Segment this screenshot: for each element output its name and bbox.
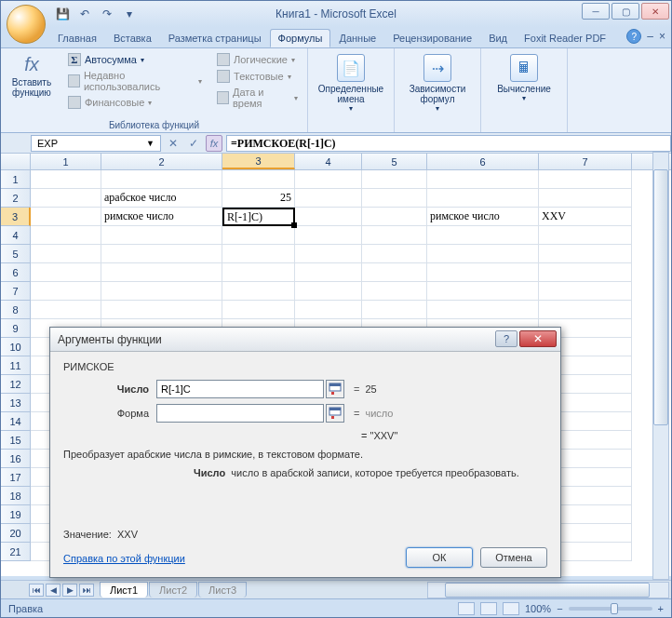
cell[interactable]: XXV — [539, 208, 632, 226]
dialog-title-bar[interactable]: Аргументы функции ? ✕ — [50, 328, 560, 352]
row-header[interactable]: 19 — [1, 505, 31, 524]
fx-button[interactable]: fx — [206, 135, 222, 152]
sheet-tab-1[interactable]: Лист1 — [100, 582, 148, 598]
zoom-thumb[interactable] — [611, 603, 618, 614]
close-button[interactable]: ✕ — [641, 3, 669, 20]
cell[interactable] — [427, 263, 539, 282]
row-header[interactable]: 2 — [1, 189, 31, 208]
cell[interactable] — [222, 226, 295, 245]
cell[interactable] — [295, 301, 362, 319]
zoom-slider[interactable] — [569, 607, 652, 611]
cell[interactable] — [295, 226, 362, 245]
cell[interactable] — [362, 226, 427, 245]
cell[interactable] — [101, 170, 222, 189]
enter-formula-icon[interactable]: ✓ — [185, 135, 202, 152]
cell[interactable] — [427, 301, 539, 319]
formula-input[interactable]: =РИМСКОЕ(R[-1]C) — [226, 135, 671, 152]
cell[interactable] — [427, 226, 539, 245]
cell[interactable] — [362, 170, 427, 189]
cell[interactable]: R[-1]C) — [222, 208, 295, 226]
cell[interactable] — [539, 282, 632, 301]
view-layout-icon[interactable] — [480, 602, 497, 615]
cell[interactable] — [31, 301, 101, 319]
tab-foxit[interactable]: Foxit Reader PDF — [516, 29, 614, 47]
tab-home[interactable]: Главная — [49, 29, 105, 47]
select-all-corner[interactable] — [1, 154, 31, 169]
cell[interactable] — [539, 263, 632, 282]
calculation-button[interactable]: 🖩Вычисление▾ — [487, 50, 561, 106]
cell[interactable] — [362, 301, 427, 319]
save-icon[interactable]: 💾 — [53, 5, 72, 23]
cell[interactable] — [362, 208, 427, 226]
row-header[interactable]: 5 — [1, 245, 31, 263]
cell[interactable] — [295, 170, 362, 189]
cell[interactable] — [362, 245, 427, 263]
horizontal-scrollbar[interactable] — [427, 582, 669, 598]
text-button[interactable]: Текстовые▾ — [213, 69, 302, 84]
zoom-level[interactable]: 100% — [525, 603, 551, 614]
ribbon-minimize-icon[interactable]: – — [647, 30, 653, 43]
cell[interactable] — [295, 263, 362, 282]
cell[interactable] — [427, 189, 539, 208]
cell[interactable] — [222, 282, 295, 301]
cancel-button[interactable]: Отмена — [480, 547, 547, 568]
redo-icon[interactable]: ↷ — [98, 5, 116, 23]
dialog-close-button[interactable]: ✕ — [519, 330, 557, 347]
insert-function-button[interactable]: fx Вставить функцию — [7, 50, 57, 130]
row-header[interactable]: 17 — [1, 468, 31, 487]
cell[interactable] — [222, 170, 295, 189]
cell[interactable] — [427, 245, 539, 263]
scroll-thumb[interactable] — [445, 583, 650, 598]
cancel-formula-icon[interactable]: ✕ — [165, 135, 181, 152]
tab-page-layout[interactable]: Разметка страницы — [160, 29, 270, 47]
cell[interactable] — [101, 226, 222, 245]
cell[interactable] — [539, 189, 632, 208]
row-header[interactable]: 18 — [1, 487, 31, 505]
cell[interactable]: 25 — [222, 189, 295, 208]
row-header[interactable]: 7 — [1, 282, 31, 301]
row-header[interactable]: 14 — [1, 412, 31, 431]
office-button[interactable] — [7, 5, 46, 44]
zoom-out-icon[interactable]: − — [557, 603, 562, 614]
cell[interactable] — [222, 245, 295, 263]
cell[interactable] — [101, 245, 222, 263]
logical-button[interactable]: Логические▾ — [213, 52, 302, 67]
row-header[interactable]: 11 — [1, 356, 31, 375]
ok-button[interactable]: ОК — [406, 547, 473, 568]
row-header[interactable]: 13 — [1, 394, 31, 412]
view-normal-icon[interactable] — [458, 602, 475, 615]
cell[interactable] — [295, 282, 362, 301]
cell[interactable] — [31, 282, 101, 301]
cell[interactable] — [295, 245, 362, 263]
sheet-nav-next-icon[interactable]: ▶ — [62, 584, 77, 597]
function-help-link[interactable]: Справка по этой функции — [63, 553, 185, 564]
col-header[interactable]: 1 — [31, 154, 101, 169]
autosum-button[interactable]: ΣАвтосумма▾ — [64, 52, 206, 67]
cell[interactable] — [539, 245, 632, 263]
sheet-nav-first-icon[interactable]: ⏮ — [29, 584, 44, 597]
minimize-button[interactable]: ─ — [582, 3, 610, 20]
maximize-button[interactable]: ▢ — [612, 3, 639, 20]
cell[interactable] — [101, 263, 222, 282]
cell[interactable] — [222, 301, 295, 319]
cell[interactable] — [539, 170, 632, 189]
tab-data[interactable]: Данные — [330, 29, 384, 47]
cell[interactable] — [295, 208, 362, 226]
qat-dropdown-icon[interactable]: ▾ — [120, 5, 139, 23]
col-header[interactable]: 4 — [295, 154, 362, 169]
cell[interactable] — [101, 301, 222, 319]
cell[interactable] — [31, 170, 101, 189]
help-icon[interactable]: ? — [626, 29, 641, 44]
row-header[interactable]: 16 — [1, 450, 31, 468]
tab-view[interactable]: Вид — [480, 29, 516, 47]
name-box[interactable]: EXP▼ — [31, 135, 161, 152]
col-header[interactable]: 5 — [362, 154, 427, 169]
cell[interactable] — [362, 282, 427, 301]
cell[interactable] — [362, 189, 427, 208]
recently-used-button[interactable]: Недавно использовались▾ — [64, 69, 206, 93]
cell[interactable]: римское число — [427, 208, 539, 226]
cell[interactable] — [101, 282, 222, 301]
sheet-tab-3[interactable]: Лист3 — [198, 582, 247, 598]
tab-review[interactable]: Рецензирование — [384, 29, 480, 47]
row-header[interactable]: 8 — [1, 301, 31, 319]
